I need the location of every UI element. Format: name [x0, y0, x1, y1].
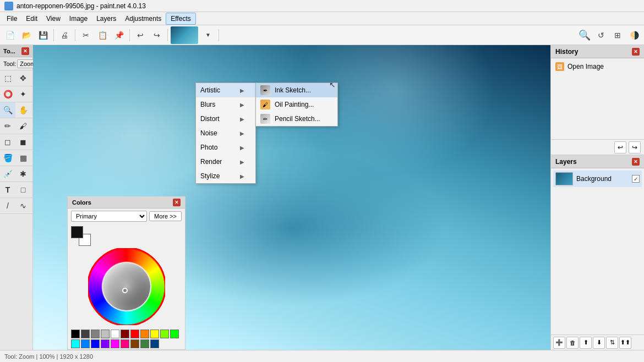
palette-chartreuse[interactable] — [160, 330, 169, 338]
palette-red[interactable] — [130, 330, 139, 338]
palette-orange[interactable] — [140, 330, 149, 338]
primary-color-select[interactable]: Primary Secondary — [71, 211, 147, 222]
palette-darkgray[interactable] — [81, 330, 90, 338]
tool-text[interactable]: T — [0, 182, 15, 198]
menu-layers[interactable]: Layers — [92, 13, 121, 25]
palette-gray[interactable] — [91, 330, 100, 338]
tool-curves[interactable]: ∿ — [15, 198, 31, 213]
tool-gradient[interactable]: ▦ — [15, 150, 31, 166]
distort-arrow: ▶ — [240, 116, 244, 122]
canvas-area[interactable]: Artistic ▶ Blurs ▶ Distort ▶ Noise ▶ Pho… — [33, 45, 550, 350]
paste-button[interactable]: 📌 — [111, 28, 127, 43]
effects-menu-distort[interactable]: Distort ▶ — [196, 112, 255, 126]
history-redo-button[interactable]: ↪ — [629, 141, 641, 153]
artistic-oil-painting[interactable]: 🖌 Oil Painting... — [256, 97, 337, 112]
menu-image[interactable]: Image — [65, 13, 92, 25]
undo-button[interactable]: ↩ — [133, 28, 148, 43]
thumbnail-dropdown[interactable]: ▼ — [200, 28, 216, 43]
print-button[interactable]: 🖨 — [57, 28, 72, 43]
palette-white[interactable] — [111, 330, 119, 338]
layer-visibility-checkbox[interactable]: ✓ — [632, 175, 640, 183]
foreground-color-swatch[interactable] — [71, 226, 83, 238]
save-button[interactable]: 💾 — [35, 28, 51, 43]
history-panel-header: History ✕ — [551, 45, 644, 58]
tool-lasso[interactable]: ⭕ — [0, 86, 15, 102]
palette-darkred[interactable] — [121, 330, 129, 338]
toolbar-icon-3[interactable]: ⊞ — [610, 28, 625, 43]
effects-menu-photo[interactable]: Photo ▶ — [196, 140, 255, 155]
tool-magic-wand[interactable]: ✦ — [15, 86, 31, 102]
move-layer-up-button[interactable]: ⬆ — [580, 337, 592, 349]
palette-lightgray[interactable] — [101, 330, 110, 338]
redo-button[interactable]: ↪ — [149, 28, 165, 43]
history-undo-button[interactable]: ↩ — [614, 141, 626, 153]
palette-purple[interactable] — [101, 339, 110, 348]
menu-view[interactable]: View — [42, 13, 65, 25]
tool-pan[interactable]: ✋ — [15, 102, 31, 118]
palette-black[interactable] — [71, 330, 80, 338]
tool-fill[interactable]: 🪣 — [0, 150, 15, 166]
tool-rectangle-select[interactable]: ⬚ — [0, 70, 15, 86]
toolbar-icon-4[interactable]: 🌗 — [626, 28, 642, 43]
layer-item-background[interactable]: Background ✓ — [553, 171, 642, 187]
tool-pencil[interactable]: ✏ — [0, 118, 15, 134]
palette-pink[interactable] — [121, 339, 129, 348]
effects-menu-noise[interactable]: Noise ▶ — [196, 126, 255, 140]
toolbar-separator-2 — [75, 29, 75, 41]
tool-shapes[interactable]: □ — [15, 182, 31, 198]
menu-adjustments[interactable]: Adjustments — [121, 13, 166, 25]
palette-yellow[interactable] — [150, 330, 159, 338]
effects-menu-render[interactable]: Render ▶ — [196, 155, 255, 169]
tool-line[interactable]: / — [0, 198, 15, 213]
history-close-button[interactable]: ✕ — [632, 48, 640, 56]
palette-brown[interactable] — [130, 339, 139, 348]
tool-magic-eraser[interactable]: ◼ — [15, 134, 31, 150]
layers-close-button[interactable]: ✕ — [632, 158, 640, 166]
effects-menu-artistic[interactable]: Artistic ▶ — [196, 83, 255, 97]
menu-file[interactable]: File — [2, 13, 21, 25]
tool-color-picker[interactable]: 💉 — [0, 166, 15, 182]
merge-layer-button[interactable]: ⇅ — [606, 337, 618, 349]
tools-row-6: 🪣 ▦ — [0, 150, 32, 166]
palette-navy[interactable] — [150, 339, 159, 348]
toolbar-icon-2[interactable]: ↺ — [593, 28, 609, 43]
history-item-open-image[interactable]: 🖼 Open Image — [553, 61, 642, 73]
palette-green[interactable] — [170, 330, 179, 338]
right-panel: History ✕ 🖼 Open Image ↩ ↪ Layers ✕ — [550, 45, 644, 350]
image-thumbnail — [171, 26, 198, 44]
menu-effects[interactable]: Effects — [166, 13, 195, 25]
new-button[interactable]: 📄 — [2, 28, 18, 43]
delete-layer-button[interactable]: 🗑 — [566, 337, 578, 349]
menu-edit[interactable]: Edit — [21, 13, 42, 25]
effects-menu-stylize[interactable]: Stylize ▶ — [196, 169, 255, 183]
colors-close-button[interactable]: ✕ — [173, 199, 181, 206]
tool-brush[interactable]: 🖌 — [15, 118, 31, 134]
flatten-layer-button[interactable]: ⬆⬆ — [619, 337, 631, 349]
toolbar-icon-1[interactable]: 🔍 — [577, 28, 592, 43]
palette-darkblue[interactable] — [91, 339, 100, 348]
noise-arrow: ▶ — [240, 130, 244, 136]
cut-button[interactable]: ✂ — [78, 28, 94, 43]
toolbar-separator-5 — [219, 29, 219, 41]
tool-clone[interactable]: ✱ — [15, 166, 31, 182]
palette-magenta[interactable] — [111, 339, 119, 348]
palette-olive[interactable] — [140, 339, 149, 348]
more-colors-button[interactable]: More >> — [149, 211, 182, 221]
open-button[interactable]: 📂 — [19, 28, 34, 43]
effects-menu-blurs[interactable]: Blurs ▶ — [196, 97, 255, 112]
tool-move[interactable]: ✥ — [15, 70, 31, 86]
tools-close-button[interactable]: ✕ — [21, 47, 29, 55]
move-layer-down-button[interactable]: ⬇ — [593, 337, 605, 349]
tool-zoom[interactable]: 🔍 — [0, 102, 15, 118]
copy-button[interactable]: 📋 — [95, 28, 110, 43]
artistic-pencil-sketch[interactable]: ✏ Pencil Sketch... — [256, 112, 337, 126]
color-wheel[interactable] — [88, 248, 165, 325]
toolbar-separator-1 — [53, 29, 54, 41]
palette-blue[interactable] — [81, 339, 90, 348]
foreground-background-colors — [71, 226, 91, 246]
tool-eraser[interactable]: ◻ — [0, 134, 15, 150]
palette-cyan[interactable] — [71, 339, 80, 348]
add-layer-button[interactable]: ➕ — [553, 337, 565, 349]
distort-label: Distort — [200, 115, 220, 123]
artistic-ink-sketch[interactable]: ✒ Ink Sketch... — [256, 83, 337, 97]
